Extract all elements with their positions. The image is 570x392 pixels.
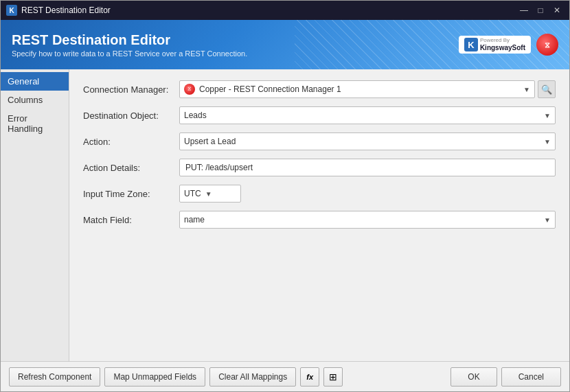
grid-button[interactable]: ⊞: [323, 367, 343, 387]
chevron-down-icon: ▼: [544, 138, 551, 146]
header-subtitle: Specify how to write data to a REST Serv…: [12, 49, 247, 58]
connection-manager-wrapper: ⧖ Copper - REST Connection Manager 1 ▼ 🔍: [179, 80, 556, 98]
maximize-button[interactable]: □: [534, 4, 547, 16]
connection-manager-label: Connection Manager:: [83, 84, 179, 95]
destination-object-row: Destination Object: Leads ▼: [83, 106, 556, 124]
search-icon: 🔍: [541, 84, 552, 95]
map-unmapped-fields-button[interactable]: Map Unmapped Fields: [104, 367, 205, 387]
action-label: Action:: [83, 137, 179, 147]
logo-box: K Powered By KingswaySoft: [459, 36, 531, 54]
powered-by-text: Powered By: [480, 38, 525, 44]
title-bar-left: K REST Destination Editor: [6, 5, 111, 16]
logo-k-icon: K: [464, 38, 478, 51]
header-title: REST Destination Editor: [12, 32, 247, 48]
match-field-row: Match Field: name ▼: [83, 211, 556, 229]
connection-manager-row: Connection Manager: ⧖ Copper - REST Conn…: [83, 80, 556, 98]
header-text: REST Destination Editor Specify how to w…: [12, 32, 247, 58]
connection-manager-search-button[interactable]: 🔍: [538, 80, 556, 98]
action-details-label: Action Details:: [83, 163, 179, 173]
footer: Refresh Component Map Unmapped Fields Cl…: [1, 361, 569, 391]
content: General Columns Error Handling Connectio…: [1, 69, 569, 361]
chevron-down-icon: ▼: [544, 112, 551, 119]
sidebar-item-general[interactable]: General: [1, 72, 69, 91]
destination-object-label: Destination Object:: [83, 111, 179, 121]
destination-object-value: Leads: [184, 111, 207, 120]
action-row: Action: Upsert a Lead ▼: [83, 132, 556, 150]
copper-icon: ⧖: [184, 84, 195, 95]
close-button[interactable]: ✕: [550, 4, 564, 16]
fx-icon: fx: [306, 373, 313, 381]
input-time-zone-dropdown[interactable]: UTC ▼: [179, 185, 241, 203]
chevron-down-icon: ▼: [544, 216, 551, 224]
header: REST Destination Editor Specify how to w…: [1, 20, 569, 69]
copper-logo: ⧖: [536, 34, 558, 56]
input-time-zone-row: Input Time Zone: UTC ▼: [83, 185, 556, 203]
window: K REST Destination Editor — □ ✕ REST Des…: [0, 0, 570, 392]
action-dropdown[interactable]: Upsert a Lead ▼: [179, 132, 556, 150]
refresh-component-button[interactable]: Refresh Component: [9, 367, 100, 387]
match-field-value: name: [184, 215, 205, 224]
match-field-label: Match Field:: [83, 215, 179, 225]
time-zone-value: UTC: [184, 189, 201, 198]
action-details-input[interactable]: [179, 159, 556, 176]
title-bar: K REST Destination Editor — □ ✕: [1, 1, 569, 20]
main-panel: Connection Manager: ⧖ Copper - REST Conn…: [69, 69, 569, 361]
title-bar-title: REST Destination Editor: [21, 5, 111, 15]
connection-manager-value: Copper - REST Connection Manager 1: [199, 84, 341, 94]
minimize-button[interactable]: —: [517, 4, 531, 16]
sidebar-item-error-handling[interactable]: Error Handling: [1, 109, 69, 138]
connection-manager-dropdown[interactable]: ⧖ Copper - REST Connection Manager 1 ▼: [179, 80, 535, 98]
sidebar: General Columns Error Handling: [1, 69, 69, 361]
brand-name: KingswaySoft: [480, 44, 525, 51]
input-time-zone-label: Input Time Zone:: [83, 189, 179, 199]
cancel-button[interactable]: Cancel: [501, 367, 561, 387]
chevron-down-icon: ▼: [205, 190, 212, 198]
action-value: Upsert a Lead: [184, 137, 236, 146]
header-logo: K Powered By KingswaySoft ⧖: [459, 34, 558, 56]
destination-object-dropdown[interactable]: Leads ▼: [179, 106, 556, 124]
app-icon: K: [6, 5, 17, 16]
title-bar-controls: — □ ✕: [517, 4, 564, 16]
grid-icon: ⊞: [329, 371, 337, 382]
clear-all-mappings-button[interactable]: Clear All Mappings: [209, 367, 296, 387]
chevron-down-icon: ▼: [523, 86, 530, 93]
ok-button[interactable]: OK: [451, 367, 497, 387]
sidebar-item-columns[interactable]: Columns: [1, 91, 69, 109]
match-field-dropdown[interactable]: name ▼: [179, 211, 556, 229]
fx-button[interactable]: fx: [300, 367, 319, 387]
action-details-row: Action Details:: [83, 159, 556, 176]
